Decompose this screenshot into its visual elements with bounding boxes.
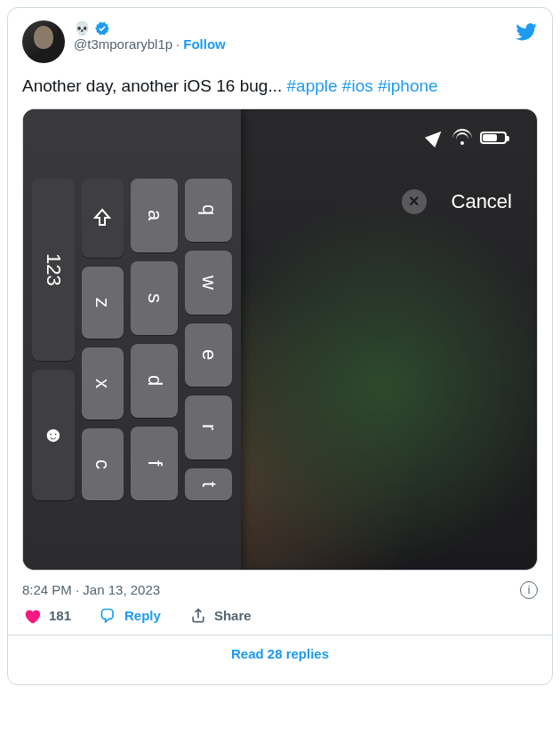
tweet-actions: 181 Reply Share bbox=[22, 606, 538, 626]
hashtag[interactable]: #iphone bbox=[378, 76, 438, 95]
reply-button[interactable]: Reply bbox=[100, 607, 161, 625]
tweet-text: Another day, another iOS 16 bug... #appl… bbox=[22, 76, 538, 98]
key-r: r bbox=[185, 395, 232, 459]
airplane-mode-icon bbox=[427, 129, 444, 147]
tweet-card: 💀 @t3mporarybl1p · Follow Another day, a… bbox=[7, 7, 553, 685]
timestamp[interactable]: 8:24 PM · Jan 13, 2023 bbox=[22, 582, 160, 597]
separator: · bbox=[176, 36, 180, 52]
info-icon[interactable]: i bbox=[520, 581, 538, 599]
key-123: 123 bbox=[32, 179, 75, 361]
reply-label: Reply bbox=[124, 608, 161, 623]
twitter-logo-icon[interactable] bbox=[515, 20, 538, 44]
share-button[interactable]: Share bbox=[189, 607, 252, 625]
key-x: x bbox=[82, 348, 124, 419]
key-w: w bbox=[185, 251, 232, 315]
avatar[interactable] bbox=[22, 20, 65, 63]
key-q: q bbox=[185, 179, 232, 243]
key-z: z bbox=[82, 267, 124, 339]
wifi-icon bbox=[453, 131, 471, 145]
share-icon bbox=[189, 607, 207, 625]
handle[interactable]: @t3mporarybl1p bbox=[74, 36, 172, 52]
battery-icon bbox=[480, 132, 507, 144]
hashtag[interactable]: #ios bbox=[342, 76, 373, 95]
like-count: 181 bbox=[49, 608, 71, 623]
cancel-button: Cancel bbox=[452, 190, 512, 213]
verified-badge-icon bbox=[94, 20, 110, 36]
heart-icon bbox=[22, 606, 42, 626]
key-shift bbox=[82, 179, 124, 258]
rotated-keyboard: 123 ☻ z x c a s d f q bbox=[23, 109, 241, 570]
hashtag[interactable]: #apple bbox=[287, 76, 338, 95]
embedded-screenshot[interactable]: 11:22 Cancel 123 ☻ bbox=[22, 108, 538, 571]
read-replies-button[interactable]: Read 28 replies bbox=[8, 635, 552, 672]
key-c: c bbox=[82, 428, 124, 500]
display-name[interactable]: 💀 bbox=[74, 20, 91, 36]
share-label: Share bbox=[214, 608, 252, 623]
tweet-header: 💀 @t3mporarybl1p · Follow bbox=[22, 20, 538, 63]
key-f: f bbox=[131, 427, 178, 500]
key-emoji: ☻ bbox=[32, 370, 75, 500]
like-button[interactable]: 181 bbox=[22, 606, 71, 626]
key-t: t bbox=[185, 468, 232, 500]
key-d: d bbox=[131, 344, 178, 418]
key-e: e bbox=[185, 324, 232, 387]
key-s: s bbox=[131, 261, 178, 335]
clear-search-icon bbox=[402, 189, 427, 214]
reply-icon bbox=[100, 607, 117, 625]
follow-link[interactable]: Follow bbox=[183, 36, 226, 52]
key-a: a bbox=[131, 179, 178, 252]
tweet-body: Another day, another iOS 16 bug... bbox=[22, 76, 287, 95]
